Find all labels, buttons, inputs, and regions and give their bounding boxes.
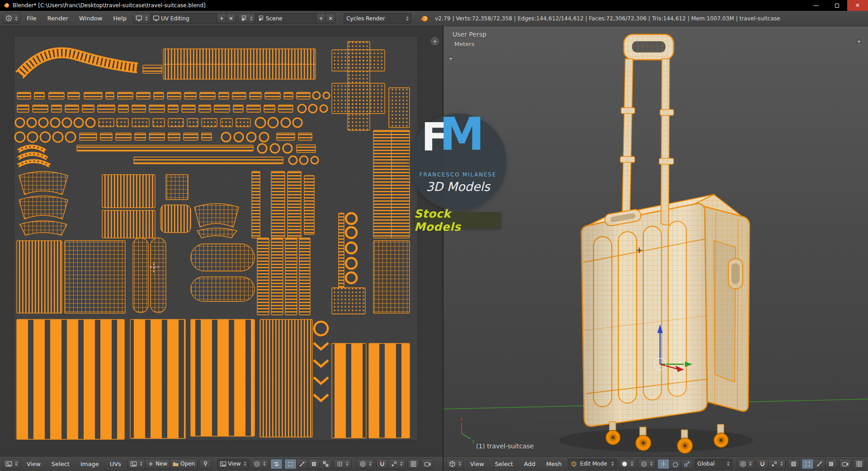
translate-icon xyxy=(660,461,667,467)
dropdown-arrows-icon xyxy=(631,461,633,466)
minimize-button[interactable]: — xyxy=(806,0,826,11)
editor-mode-dropdown[interactable]: View xyxy=(217,459,249,469)
uv-menu-view[interactable]: View xyxy=(22,461,45,467)
svg-text:y: y xyxy=(472,438,475,444)
manipulator-scale-button[interactable] xyxy=(681,459,693,469)
camera-icon xyxy=(424,461,431,467)
layout-name-field[interactable]: UV Editing xyxy=(150,13,217,24)
plus-icon: + xyxy=(219,15,224,22)
menu-help[interactable]: Help xyxy=(108,15,131,22)
vp-select-vertex-button[interactable] xyxy=(802,459,814,469)
dropdown-arrows-icon xyxy=(15,461,18,466)
region-expand-icon[interactable]: + xyxy=(431,37,439,45)
pin-image-button[interactable] xyxy=(199,459,212,469)
edge-icon xyxy=(816,461,823,467)
grid-icon xyxy=(856,461,863,467)
menu-render[interactable]: Render xyxy=(43,15,73,22)
viewport-canvas[interactable]: x y xyxy=(443,26,868,456)
sphere-icon xyxy=(621,461,628,467)
properties-expand-icon[interactable]: + xyxy=(855,37,863,45)
open-image-button[interactable]: Open xyxy=(170,459,198,469)
dropdown-arrows-icon xyxy=(145,16,148,21)
manipulator-rotate-button[interactable] xyxy=(669,459,681,469)
magnet-icon xyxy=(759,461,766,467)
occlude-geometry-toggle[interactable] xyxy=(788,459,800,469)
select-island-button[interactable] xyxy=(320,459,332,469)
scene-icon xyxy=(241,15,247,22)
uv-editor-header: View Select Image UVs New Open xyxy=(0,456,443,471)
select-face-button[interactable] xyxy=(308,459,320,469)
vp-menu-view[interactable]: View xyxy=(466,461,489,467)
orientation-dropdown[interactable]: Global xyxy=(695,459,732,469)
vp-editor-type-button[interactable] xyxy=(446,459,464,469)
uv-menu-image[interactable]: Image xyxy=(76,461,104,467)
menu-window[interactable]: Window xyxy=(75,15,107,22)
scene-add-button[interactable]: + xyxy=(316,13,326,24)
vp-menu-add[interactable]: Add xyxy=(519,461,540,467)
snap-element-dropdown[interactable] xyxy=(388,459,406,469)
shading-dropdown[interactable] xyxy=(618,459,636,469)
select-edge-button[interactable] xyxy=(296,459,308,469)
dropdown-arrows-icon xyxy=(780,461,783,466)
opengl-render-button[interactable] xyxy=(839,459,851,469)
manipulator-translate-button[interactable] xyxy=(657,459,670,469)
vp-select-mode-group xyxy=(802,459,837,469)
image-icon xyxy=(220,461,226,467)
vp-menu-select[interactable]: Select xyxy=(491,461,518,467)
uv-menu-uvs[interactable]: UVs xyxy=(105,461,126,467)
sticky-icon xyxy=(336,461,343,467)
mini-axis-gizmo: x y xyxy=(460,416,475,444)
face-icon xyxy=(311,461,317,467)
plus-icon: + xyxy=(319,15,323,22)
scopes-button[interactable] xyxy=(421,459,434,469)
sync-icon xyxy=(273,461,280,467)
uv-editor-type-button[interactable] xyxy=(3,459,20,469)
logo-letter-m: M xyxy=(439,112,485,157)
layout-unlink-button[interactable]: ✕ xyxy=(226,13,236,24)
scene-name-field[interactable]: Scene xyxy=(255,13,316,24)
uv-menu-select[interactable]: Select xyxy=(47,461,74,467)
select-vertex-button[interactable] xyxy=(284,459,297,469)
menu-file[interactable]: File xyxy=(22,15,41,22)
plus-icon xyxy=(147,461,154,467)
uv-draw-type-button[interactable] xyxy=(407,459,420,469)
sticky-select-dropdown[interactable] xyxy=(334,459,351,469)
dropdown-arrows-icon xyxy=(244,461,246,466)
viewport-perspective-label: User Persp xyxy=(453,31,486,38)
scene-icon xyxy=(258,15,264,22)
mode-dropdown[interactable]: Edit Mode xyxy=(568,459,616,469)
vertex-icon xyxy=(287,461,294,467)
image-icon xyxy=(130,461,137,467)
editor-type-button[interactable] xyxy=(3,13,20,24)
uv-canvas[interactable] xyxy=(0,26,443,456)
new-image-button[interactable]: New xyxy=(145,459,170,469)
snap-toggle[interactable] xyxy=(376,459,388,469)
render-engine-dropdown[interactable]: Cycles Render xyxy=(344,13,411,24)
dropdown-arrows-icon xyxy=(458,461,461,466)
layout-name: UV Editing xyxy=(161,15,189,22)
dropdown-arrows-icon xyxy=(346,461,349,466)
image-datablock-group: New Open xyxy=(127,459,198,469)
scene-unlink-button[interactable]: ✕ xyxy=(326,13,335,24)
vp-select-face-button[interactable] xyxy=(825,459,837,469)
opengl-anim-button[interactable] xyxy=(853,459,865,469)
maximize-button[interactable] xyxy=(826,0,847,11)
layout-add-button[interactable]: + xyxy=(217,13,226,24)
pivot-dropdown[interactable] xyxy=(638,459,656,469)
vp-snap-element-dropdown[interactable] xyxy=(768,459,786,469)
vp-select-edge-button[interactable] xyxy=(813,459,826,469)
image-browse-button[interactable] xyxy=(127,459,145,469)
dropdown-arrows-icon xyxy=(727,461,730,466)
vp-proportional-dropdown[interactable] xyxy=(737,459,755,469)
close-button[interactable]: ✕ xyxy=(847,0,868,11)
toolshelf-expand-icon[interactable]: + xyxy=(447,54,455,62)
layout-browse-button[interactable] xyxy=(133,13,151,24)
uv-sync-toggle[interactable] xyxy=(270,459,283,469)
proportional-edit-dropdown[interactable] xyxy=(357,459,374,469)
scene-browse-button[interactable] xyxy=(238,13,255,24)
vp-snap-toggle[interactable] xyxy=(756,459,769,469)
dropdown-arrows-icon xyxy=(263,461,266,466)
image-icon xyxy=(5,461,12,467)
vp-menu-mesh[interactable]: Mesh xyxy=(542,461,566,467)
uv-pivot-dropdown[interactable] xyxy=(251,459,269,469)
